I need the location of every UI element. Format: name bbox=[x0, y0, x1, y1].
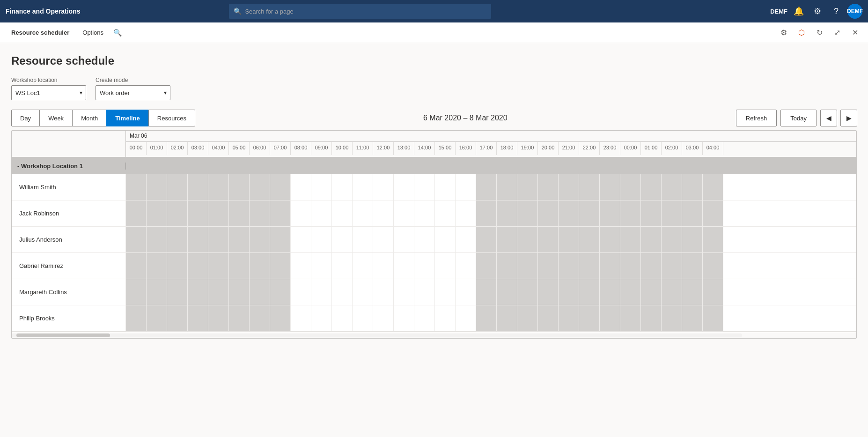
timeline-cell[interactable] bbox=[229, 174, 250, 200]
timeline-cell[interactable] bbox=[538, 253, 559, 279]
timeline-cell[interactable] bbox=[126, 227, 147, 252]
timeline-cell[interactable] bbox=[291, 305, 311, 331]
view-btn-resources[interactable]: Resources bbox=[148, 110, 195, 126]
timeline-cell[interactable] bbox=[250, 227, 270, 252]
timeline-cell[interactable] bbox=[188, 279, 208, 305]
timeline-cell[interactable] bbox=[188, 305, 208, 331]
timeline-cell[interactable] bbox=[600, 253, 620, 279]
timeline-cell[interactable] bbox=[167, 305, 188, 331]
timeline-cell[interactable] bbox=[373, 174, 394, 200]
timeline-cell[interactable] bbox=[332, 253, 353, 279]
notifications-icon[interactable]: 🔔 bbox=[791, 4, 806, 19]
timeline-cell[interactable] bbox=[497, 200, 517, 226]
timeline-cell[interactable] bbox=[311, 227, 332, 252]
timeline-cell[interactable] bbox=[497, 174, 517, 200]
timeline-cell[interactable] bbox=[353, 200, 373, 226]
timeline-cell[interactable] bbox=[332, 305, 353, 331]
timeline-cell[interactable] bbox=[497, 279, 517, 305]
view-btn-timeline[interactable]: Timeline bbox=[106, 110, 149, 126]
timeline-cell[interactable] bbox=[373, 227, 394, 252]
timeline-cell[interactable] bbox=[229, 253, 250, 279]
timeline-cell[interactable] bbox=[291, 227, 311, 252]
timeline-cell[interactable] bbox=[579, 174, 600, 200]
timeline-cell[interactable] bbox=[208, 305, 229, 331]
refresh-icon[interactable]: ↻ bbox=[812, 25, 827, 40]
timeline-cell[interactable] bbox=[456, 253, 476, 279]
timeline-cell[interactable] bbox=[270, 174, 291, 200]
view-btn-day[interactable]: Day bbox=[11, 110, 40, 126]
timeline-cell[interactable] bbox=[414, 253, 435, 279]
timeline-cell[interactable] bbox=[579, 253, 600, 279]
timeline-cell[interactable] bbox=[394, 279, 414, 305]
timeline-cell[interactable] bbox=[476, 174, 497, 200]
timeline-cell[interactable] bbox=[538, 227, 559, 252]
timeline-cell[interactable] bbox=[641, 253, 662, 279]
timeline-cell[interactable] bbox=[682, 200, 703, 226]
timeline-cell[interactable] bbox=[435, 253, 456, 279]
timeline-cell[interactable] bbox=[414, 174, 435, 200]
refresh-button[interactable]: Refresh bbox=[736, 110, 777, 126]
close-icon[interactable]: ✕ bbox=[847, 25, 862, 40]
timeline-cell[interactable] bbox=[435, 227, 456, 252]
timeline-cell[interactable] bbox=[435, 279, 456, 305]
timeline-cell[interactable] bbox=[456, 174, 476, 200]
timeline-cell[interactable] bbox=[620, 200, 641, 226]
timeline-cell[interactable] bbox=[147, 279, 167, 305]
timeline-cell[interactable] bbox=[373, 253, 394, 279]
timeline-cell[interactable] bbox=[476, 279, 497, 305]
timeline-cell[interactable] bbox=[414, 279, 435, 305]
timeline-cell[interactable] bbox=[147, 305, 167, 331]
timeline-cell[interactable] bbox=[476, 305, 497, 331]
timeline-cell[interactable] bbox=[208, 253, 229, 279]
timeline-cell[interactable] bbox=[188, 227, 208, 252]
timeline-cell[interactable] bbox=[229, 305, 250, 331]
timeline-cell[interactable] bbox=[270, 227, 291, 252]
timeline-cell[interactable] bbox=[620, 174, 641, 200]
timeline-cell[interactable] bbox=[682, 305, 703, 331]
timeline-cell[interactable] bbox=[559, 227, 579, 252]
timeline-cell[interactable] bbox=[147, 200, 167, 226]
timeline-cell[interactable] bbox=[435, 305, 456, 331]
timeline-cell[interactable] bbox=[332, 227, 353, 252]
timeline-cell[interactable] bbox=[311, 174, 332, 200]
timeline-cell[interactable] bbox=[682, 253, 703, 279]
cmd-resource-scheduler[interactable]: Resource scheduler bbox=[6, 25, 75, 40]
timeline-cell[interactable] bbox=[126, 200, 147, 226]
timeline-cell[interactable] bbox=[291, 279, 311, 305]
timeline-cell[interactable] bbox=[353, 305, 373, 331]
timeline-cell[interactable] bbox=[353, 174, 373, 200]
office-icon[interactable]: ⬡ bbox=[794, 25, 809, 40]
timeline-cell[interactable] bbox=[476, 253, 497, 279]
timeline-cell[interactable] bbox=[703, 305, 723, 331]
timeline-cell[interactable] bbox=[620, 305, 641, 331]
timeline-cell[interactable] bbox=[620, 279, 641, 305]
timeline-cell[interactable] bbox=[188, 253, 208, 279]
timeline-cell[interactable] bbox=[332, 200, 353, 226]
prev-arrow-button[interactable]: ◀ bbox=[820, 110, 837, 126]
timeline-cell[interactable] bbox=[208, 279, 229, 305]
timeline-cell[interactable] bbox=[167, 279, 188, 305]
timeline-cell[interactable] bbox=[517, 279, 538, 305]
timeline-cell[interactable] bbox=[147, 174, 167, 200]
timeline-cell[interactable] bbox=[559, 174, 579, 200]
timeline-cell[interactable] bbox=[126, 174, 147, 200]
timeline-cell[interactable] bbox=[579, 200, 600, 226]
timeline-cell[interactable] bbox=[559, 305, 579, 331]
timeline-cell[interactable] bbox=[332, 174, 353, 200]
timeline-cell[interactable] bbox=[291, 174, 311, 200]
timeline-cell[interactable] bbox=[620, 253, 641, 279]
timeline-cell[interactable] bbox=[641, 200, 662, 226]
timeline-cell[interactable] bbox=[126, 253, 147, 279]
timeline-cell[interactable] bbox=[229, 227, 250, 252]
timeline-cell[interactable] bbox=[188, 174, 208, 200]
timeline-cell[interactable] bbox=[497, 227, 517, 252]
timeline-cell[interactable] bbox=[250, 200, 270, 226]
next-arrow-button[interactable]: ▶ bbox=[840, 110, 857, 126]
timeline-cell[interactable] bbox=[476, 200, 497, 226]
timeline-cell[interactable] bbox=[538, 305, 559, 331]
timeline-cell[interactable] bbox=[559, 200, 579, 226]
timeline-cell[interactable] bbox=[208, 174, 229, 200]
timeline-cell[interactable] bbox=[559, 253, 579, 279]
timeline-cell[interactable] bbox=[662, 227, 682, 252]
timeline-cell[interactable] bbox=[682, 174, 703, 200]
